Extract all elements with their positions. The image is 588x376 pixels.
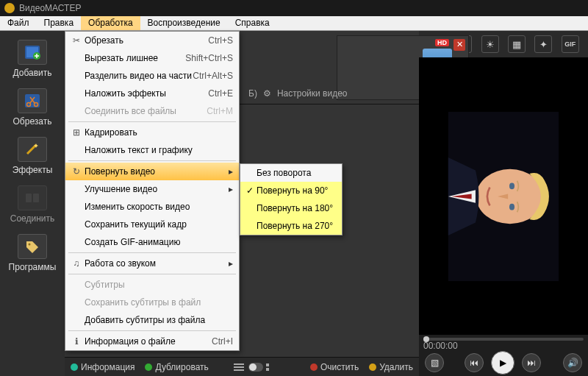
brightness-icon[interactable]: ☀ — [481, 35, 499, 53]
menu-item: Соединить все файлыCtrl+M — [65, 102, 239, 120]
svg-rect-10 — [234, 366, 244, 368]
svg-rect-6 — [26, 194, 32, 202]
menu-item-label: Работа со звуком — [85, 258, 229, 269]
playback-controls: ▧ ⏮ ▶ ⏭ 🔊 — [419, 350, 588, 376]
menu-item-label: Сохранить текущий кадр — [85, 219, 233, 230]
menu-item[interactable]: Добавить субтитры из файла — [65, 311, 239, 329]
next-button[interactable]: ⏭ — [522, 353, 541, 372]
shortcut-label: Shift+Ctrl+S — [185, 53, 233, 63]
check-icon: ✓ — [243, 185, 257, 196]
submenu-item-label: Повернуть на 90° — [257, 185, 328, 196]
prev-button[interactable]: ⏮ — [465, 353, 484, 372]
svg-rect-14 — [266, 363, 269, 366]
svg-point-8 — [29, 244, 31, 246]
submenu-item[interactable]: Повернуть на 180° — [240, 199, 342, 217]
menu-item-label: Изменить скорость видео — [85, 202, 233, 212]
svg-rect-11 — [234, 369, 244, 371]
submenu-item[interactable]: ✓Повернуть на 90° — [240, 182, 342, 199]
filmstrip-icon[interactable]: ▦ — [508, 35, 526, 53]
menu-item[interactable]: Наложить эффектыCtrl+E — [65, 85, 239, 102]
svg-point-13 — [249, 363, 257, 371]
sidebar-programs[interactable]: Программы — [7, 234, 58, 272]
menu-item-label: Повернуть видео — [85, 166, 229, 177]
menu-file[interactable]: Файл — [0, 16, 37, 30]
view-toggle[interactable] — [234, 362, 270, 372]
submenu-item-label: Повернуть на 270° — [257, 221, 333, 231]
shortcut-label: Ctrl+S — [208, 35, 233, 46]
menu-item-label: Обрезать — [85, 35, 208, 46]
sidebar-join[interactable]: Соединить — [7, 185, 58, 224]
menu-item-label: Наложить эффекты — [85, 88, 208, 99]
menu-item: Субтитры — [65, 276, 239, 294]
play-button[interactable]: ▶ — [491, 351, 514, 375]
menu-item-label: Наложить текст и графику — [85, 145, 233, 155]
menu-item-label: Субтитры — [85, 280, 233, 290]
menu-item[interactable]: Изменить скорость видео — [65, 198, 239, 216]
menu-item-label: Создать GIF-анимацию — [85, 237, 233, 247]
clear-button[interactable]: Очистить — [310, 362, 359, 372]
filmstrip-scissors-icon — [18, 88, 47, 113]
menu-item[interactable]: Разделить видео на частиCtrl+Alt+S — [65, 67, 239, 85]
menu-playback[interactable]: Воспроизведение — [140, 16, 228, 30]
video-preview[interactable] — [419, 57, 588, 335]
info-icon — [71, 363, 78, 371]
sidebar-item-label: Эффекты — [12, 165, 53, 175]
hd-badge: HD — [435, 39, 449, 46]
list-grid-toggle-icon — [234, 362, 270, 372]
menu-item[interactable]: ✂ОбрезатьCtrl+S — [65, 32, 239, 49]
submenu-item-label: Без поворота — [257, 168, 311, 178]
menu-item[interactable]: Улучшение видео▸ — [65, 180, 239, 198]
menu-item[interactable]: Сохранить текущий кадр — [65, 216, 239, 233]
volume-button[interactable]: 🔊 — [563, 353, 582, 372]
svg-rect-9 — [234, 363, 244, 365]
menu-processing[interactable]: Обработка — [81, 16, 140, 30]
menu-help[interactable]: Справка — [228, 16, 277, 30]
shortcut-label: Ctrl+E — [208, 88, 233, 99]
chevron-right-icon: ▸ — [229, 184, 233, 194]
sidebar-item-label: Обрезать — [13, 116, 52, 127]
duplicate-icon — [145, 363, 152, 371]
menu-item[interactable]: ℹИнформация о файлеCtrl+I — [65, 333, 239, 350]
duplicate-button[interactable]: Дублировать — [145, 362, 208, 372]
menu-item-label: Информация о файле — [85, 336, 212, 347]
menu-item-label: Вырезать лишнее — [85, 53, 185, 63]
menu-item-label: Соединить все файлы — [85, 106, 207, 116]
info-button[interactable]: Информация — [71, 362, 135, 372]
timeline[interactable]: 00:00:00 — [419, 335, 588, 350]
clear-icon — [310, 363, 318, 371]
join-icon — [18, 185, 47, 210]
shortcut-label: Ctrl+Alt+S — [193, 71, 233, 81]
menu-item[interactable]: Вырезать лишнееShift+Ctrl+S — [65, 49, 239, 67]
sidebar-cut[interactable]: Обрезать — [7, 88, 58, 127]
menu-item[interactable]: ♫Работа со звуком▸ — [65, 255, 239, 272]
sidebar-item-label: Добавить — [12, 68, 51, 78]
sidebar: Добавить Обрезать Эффекты Соединить Прог… — [0, 31, 65, 376]
sidebar-effects[interactable]: Эффекты — [7, 137, 58, 175]
close-icon[interactable]: ✕ — [453, 39, 465, 51]
chevron-right-icon: ▸ — [229, 258, 233, 269]
preview-panel: ▣ ◉ ☀ ▦ ✦ GIF — [419, 31, 588, 376]
scissors-icon: ✂ — [68, 35, 85, 46]
app-logo-icon — [4, 3, 15, 13]
gear-icon[interactable]: ⚙ — [263, 88, 271, 99]
snapshot-button[interactable]: ▧ — [425, 353, 444, 372]
menu-item: Сохранить субтитры в файл — [65, 294, 239, 311]
menu-item[interactable]: Наложить текст и графику — [65, 141, 239, 159]
submenu-item[interactable]: Без поворота — [240, 164, 342, 182]
sound-icon: ♫ — [68, 258, 85, 269]
menu-item[interactable]: ↻Повернуть видео▸ — [65, 163, 239, 180]
delete-icon — [369, 363, 376, 371]
sidebar-add[interactable]: Добавить — [7, 40, 58, 78]
rotate-icon: ↻ — [68, 166, 85, 177]
menu-item[interactable]: ⊞Кадрировать — [65, 124, 239, 141]
gif-button[interactable]: GIF — [562, 35, 579, 53]
menu-item-label: Добавить субтитры из файла — [85, 315, 233, 325]
wand-icon — [18, 137, 47, 162]
delete-button[interactable]: Удалить — [369, 362, 413, 372]
menu-edit[interactable]: Правка — [37, 16, 82, 30]
run-icon[interactable]: ✦ — [534, 35, 552, 53]
svg-rect-7 — [33, 194, 39, 202]
video-settings-link[interactable]: Настройки видео — [277, 88, 348, 99]
submenu-item[interactable]: Повернуть на 270° — [240, 217, 342, 235]
menu-item[interactable]: Создать GIF-анимацию — [65, 233, 239, 251]
